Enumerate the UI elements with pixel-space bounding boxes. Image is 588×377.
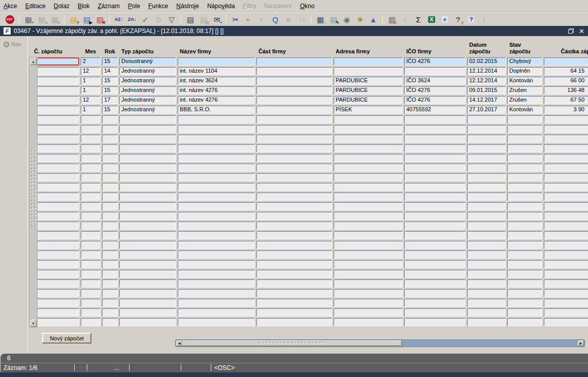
cell-c-zapoctu[interactable] [32,173,79,181]
cell-ico-firmy[interactable] [404,164,466,172]
cell-datum-zapoctu[interactable] [467,202,506,210]
new-offset-button[interactable]: Nový zápočet [42,333,91,343]
cell-ico-firmy[interactable] [404,250,466,259]
cell-adresa-firmy[interactable] [334,154,403,162]
cell-ico-firmy[interactable] [404,222,466,230]
cell-cast-firmy[interactable] [256,318,332,326]
cell-nazev-firmy[interactable] [178,318,255,326]
cell-cast-firmy[interactable] [256,241,332,249]
filter-icon[interactable]: ▽ [165,14,178,25]
cell-datum-zapoctu[interactable]: 02.02.2015 [467,57,506,66]
cell-datum-zapoctu[interactable]: 12.12.2014 [467,67,506,75]
cell-datum-zapoctu[interactable]: 12.12.2014 [467,77,506,85]
delete-record-icon[interactable]: ▦✕ [48,14,61,25]
sort-descending-icon[interactable]: ZA↓ [125,14,139,25]
cell-nazev-firmy[interactable] [178,154,255,162]
cell-rok[interactable]: 15 [102,106,118,114]
cell-typ-zapoctu[interactable] [119,173,176,181]
cell-stav-zapoctu[interactable] [507,308,542,317]
cell-rok[interactable] [102,164,118,172]
cell-ico-firmy[interactable]: 40755592 [404,106,466,114]
cell-nazev-firmy[interactable] [178,125,255,133]
cell-nazev-firmy[interactable] [178,173,255,181]
cell-c-zapoctu[interactable] [32,308,79,317]
cell-stav-zapoctu[interactable] [507,260,542,268]
cell-c-zapoctu[interactable] [32,250,79,259]
cell-rok[interactable]: 17 [102,96,118,104]
cell-ico-firmy[interactable]: IČO 4276 [404,57,466,66]
cell-c-zapoctu[interactable] [32,279,79,288]
cell-ico-firmy[interactable] [404,231,466,239]
cell-nazev-firmy[interactable] [178,231,255,239]
cell-cast-firmy[interactable] [256,299,332,307]
cell-rok[interactable] [102,202,118,210]
cell-cast-firmy[interactable] [256,96,332,104]
cell-mes[interactable] [81,308,101,317]
cell-datum-zapoctu[interactable] [467,144,506,152]
cell-c-zapoctu[interactable] [32,289,79,297]
cell-stav-zapoctu[interactable] [507,241,542,249]
cell-rok[interactable] [102,125,118,133]
cell-adresa-firmy[interactable] [334,260,403,268]
cell-c-zapoctu[interactable] [32,202,79,210]
cell-datum-zapoctu[interactable]: 27.10.2017 [467,106,506,114]
cell-ico-firmy[interactable]: IČO 4276 [404,86,466,95]
cell-mes[interactable] [81,299,101,307]
cell-nazev-firmy[interactable] [178,57,255,66]
cell-nazev-firmy[interactable] [178,212,255,220]
cell-rok[interactable] [102,318,118,326]
cell-ico-firmy[interactable] [404,299,466,307]
cell-datum-zapoctu[interactable] [467,183,506,191]
cell-mes[interactable] [81,183,101,191]
menu-funkce[interactable]: Funkce [148,1,173,11]
cell-nazev-firmy[interactable] [178,270,255,278]
cell-cast-firmy[interactable] [256,222,332,230]
tree-icon[interactable]: ⋮≡ [295,14,308,25]
cell-stav-zapoctu[interactable] [507,202,542,210]
cell-mes[interactable] [81,212,101,220]
cell-datum-zapoctu[interactable]: 14.12.2017 [467,96,506,104]
help-columns-icon[interactable]: ?▮ [451,14,465,25]
cell-datum-zapoctu[interactable] [467,115,506,123]
cell-ico-firmy[interactable] [404,279,466,288]
cell-castka-zapoctu[interactable] [544,183,588,191]
cell-stav-zapoctu[interactable] [507,144,542,152]
cell-ico-firmy[interactable] [404,212,466,220]
cell-adresa-firmy[interactable] [334,183,403,191]
cell-castka-zapoctu[interactable] [544,173,588,181]
cell-castka-zapoctu[interactable]: 64 15 [544,67,588,75]
user-query-icon[interactable]: ▥☺ [385,14,399,25]
cell-c-zapoctu[interactable]: 6 [32,57,79,66]
cell-mes[interactable]: 1 [81,77,101,85]
cell-mes[interactable] [81,125,101,133]
cell-c-zapoctu[interactable]: 2 [32,96,79,104]
cell-ico-firmy[interactable] [404,135,466,143]
cell-rok[interactable] [102,308,118,317]
cell-nazev-firmy[interactable] [178,299,255,307]
cell-cast-firmy[interactable] [256,115,332,123]
cell-datum-zapoctu[interactable] [467,308,506,317]
cell-rok[interactable]: 15 [102,57,118,66]
cell-typ-zapoctu[interactable]: Jednostranný [119,86,176,95]
copy-append-icon[interactable]: a↓ [242,14,255,25]
cell-typ-zapoctu[interactable] [119,241,176,249]
cell-cast-firmy[interactable] [256,154,332,162]
cell-stav-zapoctu[interactable]: Doplněn [507,67,542,75]
cell-typ-zapoctu[interactable] [119,289,176,297]
cell-adresa-firmy[interactable] [334,202,403,210]
cell-datum-zapoctu[interactable] [467,193,506,201]
wrench-icon[interactable]: ⚙ [152,14,165,25]
cell-datum-zapoctu[interactable] [467,173,506,181]
cell-stav-zapoctu[interactable] [507,250,542,259]
cell-typ-zapoctu[interactable] [119,115,176,123]
menu-editace[interactable]: Editace [25,1,50,11]
cell-castka-zapoctu[interactable] [544,125,588,133]
cell-cast-firmy[interactable] [256,125,332,133]
cell-nazev-firmy[interactable]: BBB, S.R.O. [178,106,255,114]
cell-rok[interactable] [102,222,118,230]
cell-castka-zapoctu[interactable] [544,308,588,317]
cell-typ-zapoctu[interactable] [119,212,176,220]
prism-icon[interactable]: ▲ [367,14,380,25]
paste-append-icon[interactable]: a↑ [255,14,269,25]
cell-typ-zapoctu[interactable]: Jednostranný [119,77,176,85]
